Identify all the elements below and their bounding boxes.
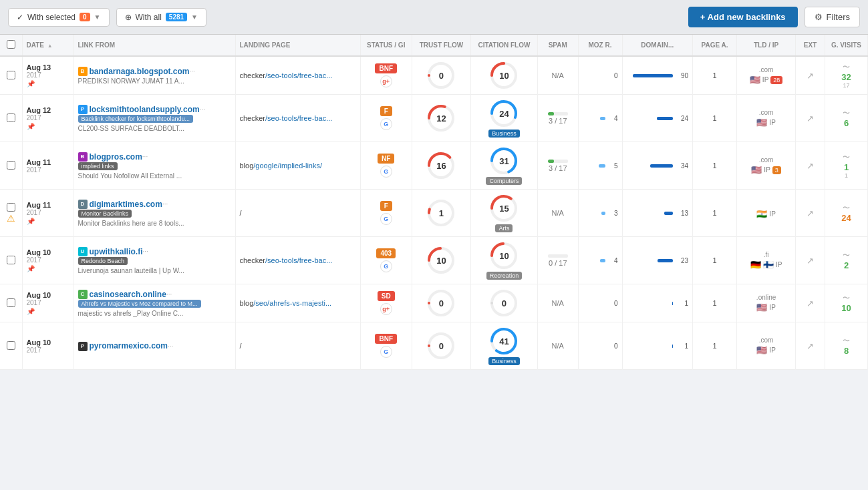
external-link-icon[interactable]: ↗ xyxy=(807,298,814,308)
select-all-header[interactable] xyxy=(0,35,22,56)
domain-name[interactable]: digimarktimes.com xyxy=(90,200,162,209)
ext-cell[interactable]: ↗ xyxy=(796,142,825,190)
google-icon: G xyxy=(380,118,392,130)
gvisits-cell: 〜 1 1 xyxy=(825,142,868,190)
cf-gauge: 31 xyxy=(489,146,519,176)
gvisits-info: 〜 10 xyxy=(829,293,863,313)
domain-name[interactable]: upwithkallio.fi xyxy=(90,247,143,256)
cf-value: 10 xyxy=(499,251,509,261)
citation-flow-header[interactable]: CITATION FLOW xyxy=(470,35,537,56)
pin-icon: 📌 xyxy=(27,308,69,315)
tld-cell: .online 🇺🇸IP xyxy=(737,284,796,322)
row-checkbox[interactable] xyxy=(7,203,15,212)
external-link-icon[interactable]: ↗ xyxy=(807,341,814,351)
citation-flow-gauge: 24 Business xyxy=(475,99,533,138)
spam-header[interactable]: SPAM xyxy=(538,35,579,56)
ext-cell[interactable]: ↗ xyxy=(796,237,825,284)
spam-cell: N/A xyxy=(538,56,579,95)
ext-cell[interactable]: ↗ xyxy=(796,56,825,95)
select-all-checkbox[interactable] xyxy=(7,40,15,49)
cf-gauge: 10 xyxy=(489,241,519,270)
tf-gauge: 0 xyxy=(426,331,456,360)
landing-path[interactable]: blog/seo/ahrefs-vs-majesti... xyxy=(240,299,332,307)
external-link-icon[interactable]: ↗ xyxy=(807,208,814,218)
tf-gauge: 12 xyxy=(426,103,456,133)
row-checkbox-cell[interactable] xyxy=(0,142,22,190)
external-link-icon[interactable]: ↗ xyxy=(807,71,814,81)
trust-flow-cell: 16 xyxy=(412,142,470,190)
domain-name[interactable]: pyromarmexico.com xyxy=(90,341,168,350)
landing-path[interactable]: checker/seo-tools/free-bac... xyxy=(240,256,333,264)
page-a-header[interactable]: PAGE A. xyxy=(693,35,737,56)
external-link-icon[interactable]: ↗ xyxy=(807,161,814,171)
toolbar: ✓ With selected 0 ▼ ⊕ With all 5281 ▼ + … xyxy=(0,0,868,35)
tf-value: 10 xyxy=(436,256,446,266)
trust-flow-cell: 10 xyxy=(412,237,470,284)
page-a-value: 1 xyxy=(713,342,717,350)
ext-header[interactable]: EXT xyxy=(796,35,825,56)
domain-cell: 1 xyxy=(622,284,693,322)
landing-path[interactable]: blog/google/implied-links/ xyxy=(240,162,323,170)
moz-cell: 0 xyxy=(578,284,622,322)
domain-name[interactable]: casinosearch.online xyxy=(90,290,166,299)
tld-info: 🇮🇳IP xyxy=(741,208,791,219)
row-checkbox[interactable] xyxy=(7,256,15,264)
row-checkbox-cell[interactable] xyxy=(0,322,22,370)
ext-cell[interactable]: ↗ xyxy=(796,322,825,370)
date-cell: Aug 12 2017 📌 xyxy=(22,95,74,142)
row-checkbox-cell[interactable]: ⚠ xyxy=(0,190,22,237)
domain-header[interactable]: DOMAIN... xyxy=(622,35,693,56)
date-value: Aug 13 xyxy=(27,63,69,71)
landing-base: / xyxy=(240,209,242,217)
with-selected-button[interactable]: ✓ With selected 0 ▼ xyxy=(8,8,110,27)
domain-name[interactable]: bandarnaga.blogspot.com xyxy=(90,67,190,76)
row-checkbox[interactable] xyxy=(7,113,15,122)
with-selected-badge: 0 xyxy=(80,13,90,21)
row-checkbox[interactable] xyxy=(7,341,15,350)
status-header[interactable]: STATUS / GI xyxy=(360,35,412,56)
landing-path[interactable]: / xyxy=(240,342,242,350)
tld-header[interactable]: TLD / IP xyxy=(737,35,796,56)
domain-name[interactable]: locksmithtoolandsupply.com xyxy=(90,105,200,114)
row-checkbox-cell[interactable] xyxy=(0,56,22,95)
row-checkbox-cell[interactable] xyxy=(0,237,22,284)
spam-cell: N/A xyxy=(538,284,579,322)
row-checkbox[interactable] xyxy=(7,161,15,170)
cf-label: Business xyxy=(488,130,520,138)
link-from-header[interactable]: LINK FROM xyxy=(74,35,235,56)
trust-flow-gauge: 0 xyxy=(416,288,466,318)
landing-sub: /seo-tools/free-bac... xyxy=(265,71,332,79)
ext-cell[interactable]: ↗ xyxy=(796,284,825,322)
gvisits-header[interactable]: G. VISITS xyxy=(825,35,868,56)
favicon: B xyxy=(78,66,90,76)
landing-path[interactable]: / xyxy=(240,209,242,217)
with-all-button[interactable]: ⊕ With all 5281 ▼ xyxy=(116,8,207,27)
ext-cell[interactable]: ↗ xyxy=(796,95,825,142)
trust-flow-gauge: 0 xyxy=(416,331,466,360)
status-badge: 403 xyxy=(376,248,396,258)
row-checkbox-cell[interactable] xyxy=(0,95,22,142)
trust-flow-header[interactable]: TRUST FLOW xyxy=(412,35,470,56)
domain-value: 1 xyxy=(675,342,688,350)
row-checkbox-cell[interactable] xyxy=(0,284,22,322)
tld-info: .com 🇺🇸IP xyxy=(741,109,791,128)
pin-icon: 📌 xyxy=(27,123,69,130)
add-backlinks-button[interactable]: + Add new backlinks xyxy=(688,7,798,27)
external-link-icon[interactable]: ↗ xyxy=(807,113,814,124)
landing-page-header[interactable]: LANDING PAGE xyxy=(235,35,360,56)
ext-cell[interactable]: ↗ xyxy=(796,190,825,237)
landing-path[interactable]: checker/seo-tools/free-bac... xyxy=(240,71,333,79)
moz-header[interactable]: MOZ R. xyxy=(578,35,622,56)
tf-value: 0 xyxy=(439,298,444,308)
domain-name[interactable]: blogpros.com xyxy=(90,152,142,162)
date-header[interactable]: DATE ▲ xyxy=(22,35,74,56)
filter-button[interactable]: ⚙ Filters xyxy=(805,7,860,27)
domain-value: 34 xyxy=(675,162,688,170)
landing-path[interactable]: checker/seo-tools/free-bac... xyxy=(240,114,333,122)
external-link-icon[interactable]: ↗ xyxy=(807,256,814,266)
pin-icon: 📌 xyxy=(27,218,69,225)
row-checkbox[interactable] xyxy=(7,298,15,307)
citation-flow-gauge: 31 Computers xyxy=(475,146,533,185)
row-checkbox[interactable] xyxy=(7,71,15,79)
moz-left-value: 4 xyxy=(607,115,618,122)
